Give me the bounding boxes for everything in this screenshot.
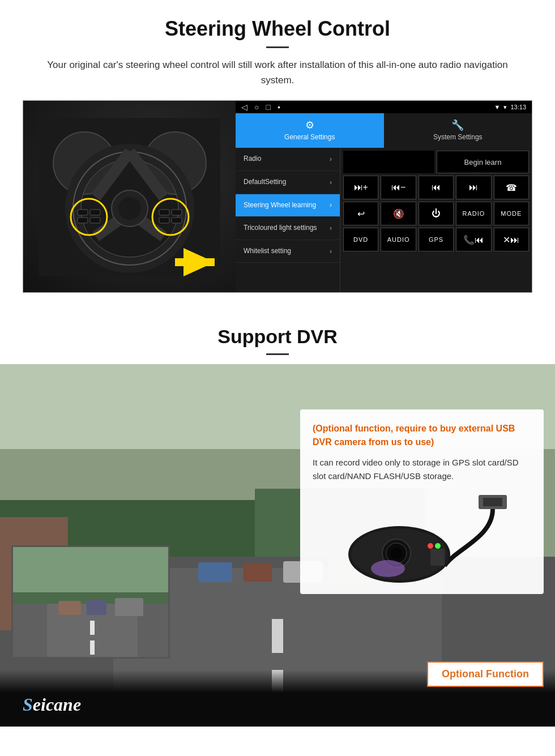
svg-rect-18	[159, 210, 169, 215]
svg-rect-57	[430, 549, 445, 566]
btn-next-track[interactable]: ⏭	[456, 176, 491, 199]
svg-point-55	[435, 543, 441, 549]
chevron-icon-whitelist: ›	[330, 247, 332, 255]
steering-wheel-photo	[23, 101, 236, 293]
svg-rect-48	[483, 498, 502, 506]
svg-rect-14	[78, 217, 88, 223]
svg-rect-30	[198, 562, 232, 582]
btn-mode[interactable]: MODE	[494, 202, 529, 225]
begin-learn-button[interactable]: Begin learn	[437, 151, 529, 173]
menu-list: Radio › DefaultSetting › Steering Wheel …	[236, 148, 340, 292]
android-ui-panel: ◁ ○ □ ▪ ▼ ▾ 13:13 ⚙ General Settings	[236, 101, 532, 292]
time-display: 13:13	[510, 104, 526, 110]
svg-point-54	[428, 543, 433, 549]
optional-function-badge: Optional Function	[427, 661, 544, 687]
dvr-divider	[266, 353, 289, 355]
menu-btn[interactable]: ▪	[278, 102, 280, 112]
status-bar: ◁ ○ □ ▪ ▼ ▾ 13:13	[236, 101, 532, 113]
menu-steering-label: Steering Wheel learning	[244, 201, 316, 210]
svg-rect-31	[244, 563, 272, 582]
btn-end-next[interactable]: ✕⏭	[494, 228, 529, 251]
ui-mockup: ◁ ○ □ ▪ ▼ ▾ 13:13 ⚙ General Settings	[23, 100, 532, 293]
menu-tricoloured-label: Tricoloured light settings	[244, 224, 317, 233]
svg-rect-36	[272, 619, 283, 653]
dvr-photo-area: (Optional function, require to buy exter…	[0, 364, 555, 727]
btn-hang-up[interactable]: ↩	[343, 202, 378, 225]
svg-rect-19	[159, 217, 169, 223]
svg-rect-20	[172, 210, 182, 215]
gear-icon: ⚙	[238, 119, 381, 131]
btn-vol-up[interactable]: ⏭+	[343, 176, 378, 199]
svg-rect-43	[87, 599, 106, 615]
recents-btn[interactable]: □	[266, 102, 270, 112]
tab-general-label: General Settings	[284, 133, 335, 141]
wifi-icon: ▾	[503, 104, 507, 111]
dvr-inset-photo	[11, 545, 170, 659]
dvr-section: Support DVR	[0, 310, 555, 727]
button-row-3: DVD AUDIO GPS 📞⏮ ✕⏭	[343, 228, 529, 251]
dvr-camera-svg	[343, 492, 513, 588]
svg-point-56	[371, 560, 405, 577]
tab-system-settings[interactable]: 🔧 System Settings	[384, 113, 532, 148]
dvr-header: Support DVR	[0, 310, 555, 364]
svg-rect-46	[90, 640, 95, 655]
title-divider	[266, 46, 289, 48]
button-row-1: ⏭+ ⏮− ⏮ ⏭ ☎	[343, 176, 529, 199]
svg-point-53	[391, 548, 402, 559]
page-title: Steering Wheel Control	[23, 17, 532, 41]
home-btn[interactable]: ○	[254, 102, 259, 112]
menu-item-tricoloured[interactable]: Tricoloured light settings ›	[236, 217, 340, 240]
dvr-info-box: (Optional function, require to buy exter…	[300, 409, 544, 594]
menu-item-radio[interactable]: Radio ›	[236, 148, 340, 171]
button-row-2: ↩ 🔇 ⏻ RADIO MODE	[343, 202, 529, 225]
btn-power[interactable]: ⏻	[419, 202, 454, 225]
btn-gps[interactable]: GPS	[419, 228, 454, 251]
btn-phone[interactable]: ☎	[494, 176, 529, 199]
svg-rect-13	[78, 210, 88, 215]
chevron-icon-steering: ›	[330, 201, 332, 209]
settings-tabs: ⚙ General Settings 🔧 System Settings	[236, 113, 532, 148]
btn-audio[interactable]: AUDIO	[381, 228, 416, 251]
btn-prev-track[interactable]: ⏮	[419, 176, 454, 199]
btn-call-prev[interactable]: 📞⏮	[456, 228, 491, 251]
btn-radio[interactable]: RADIO	[456, 202, 491, 225]
seicane-logo: Seicane	[23, 694, 81, 715]
dvr-info-desc: It can record video only to storage in G…	[313, 456, 531, 483]
menu-radio-label: Radio	[244, 155, 261, 164]
svg-rect-15	[90, 210, 100, 215]
svg-rect-42	[58, 601, 81, 615]
btn-vol-down[interactable]: ⏮−	[381, 176, 416, 199]
system-icon: 🔧	[387, 119, 530, 131]
menu-whitelist-label: Whitelist setting	[244, 247, 291, 256]
menu-item-whitelist[interactable]: Whitelist setting ›	[236, 240, 340, 263]
svg-rect-16	[90, 217, 100, 223]
svg-rect-44	[115, 598, 143, 616]
back-btn[interactable]: ◁	[241, 102, 247, 112]
tab-general-settings[interactable]: ⚙ General Settings	[236, 113, 384, 148]
steering-wheel-section: Steering Wheel Control Your original car…	[0, 0, 555, 304]
chevron-icon-default: ›	[330, 178, 332, 186]
dvr-title: Support DVR	[23, 326, 532, 348]
btn-mute[interactable]: 🔇	[381, 202, 416, 225]
dvr-camera-illustration	[343, 492, 501, 583]
svg-rect-45	[90, 621, 95, 635]
tab-system-label: System Settings	[433, 133, 483, 141]
steering-wheel-bg	[23, 101, 236, 293]
menu-default-label: DefaultSetting	[244, 178, 286, 187]
dvr-background-photo: (Optional function, require to buy exter…	[0, 364, 555, 727]
chevron-icon-radio: ›	[330, 155, 332, 163]
inset-road-svg	[13, 547, 170, 659]
menu-area: Radio › DefaultSetting › Steering Wheel …	[236, 148, 532, 292]
svg-rect-23	[175, 258, 215, 266]
btn-dvd[interactable]: DVD	[343, 228, 378, 251]
chevron-icon-tricoloured: ›	[330, 224, 332, 232]
svg-rect-21	[172, 217, 182, 223]
menu-item-steering[interactable]: Steering Wheel learning ›	[236, 194, 340, 217]
steering-wheel-svg	[39, 118, 220, 276]
dvr-info-title: (Optional function, require to buy exter…	[313, 422, 531, 449]
menu-item-default[interactable]: DefaultSetting ›	[236, 171, 340, 194]
begin-learn-row: Begin learn	[343, 151, 529, 173]
button-grid: Begin learn ⏭+ ⏮− ⏮ ⏭ ☎ ↩ 🔇 ⏻	[340, 148, 532, 292]
section-subtitle: Your original car's steering wheel contr…	[34, 57, 521, 88]
svg-point-11	[118, 197, 141, 220]
